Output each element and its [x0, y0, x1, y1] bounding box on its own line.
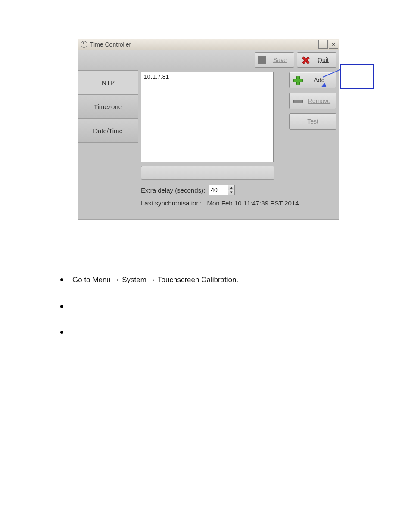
horizontal-rule — [47, 264, 64, 264]
minimize-icon: _ — [322, 42, 325, 47]
list-item — [60, 302, 238, 310]
sync-value: Mon Feb 10 11:47:39 PST 2014 — [207, 199, 299, 207]
ntp-server-list[interactable]: 10.1.7.81 — [141, 72, 274, 162]
tab-timezone[interactable]: Timezone — [78, 94, 138, 118]
tab-timezone-label: Timezone — [94, 103, 122, 110]
ntp-pane: 10.1.7.81 Add Remove Test — [138, 70, 339, 219]
close-button[interactable]: × — [329, 40, 338, 49]
window-title: Time Controller — [90, 41, 131, 48]
quit-icon — [301, 55, 310, 65]
minus-icon — [293, 96, 302, 106]
plus-icon — [293, 75, 302, 85]
minimize-button[interactable]: _ — [318, 40, 328, 49]
save-label: Save — [273, 56, 287, 63]
save-button[interactable]: Save — [255, 52, 294, 68]
test-label: Test — [307, 118, 318, 125]
list-item: Go to Menu → System → Touchscreen Calibr… — [60, 276, 238, 284]
ntp-server-entry[interactable]: 10.1.7.81 — [144, 73, 271, 80]
delay-label: Extra delay (seconds): — [141, 187, 205, 194]
window-body: NTP Timezone Date/Time 10.1.7.81 Add — [78, 70, 339, 219]
callout-box — [340, 64, 374, 89]
tab-datetime[interactable]: Date/Time — [78, 118, 138, 143]
save-icon — [258, 56, 266, 64]
side-tabs: NTP Timezone Date/Time — [78, 70, 138, 219]
tab-ntp[interactable]: NTP — [78, 70, 138, 94]
titlebar: Time Controller _ × — [78, 39, 339, 50]
time-controller-window: Time Controller _ × Save Quit NTP — [78, 39, 339, 220]
close-icon: × — [332, 42, 335, 47]
delay-spinbox[interactable]: ▲ ▼ — [209, 185, 235, 195]
tab-datetime-label: Date/Time — [93, 127, 123, 134]
quit-label: Quit — [318, 56, 329, 63]
remove-button[interactable]: Remove — [289, 93, 336, 109]
sync-label: Last synchronisation: — [141, 199, 202, 207]
spin-up-icon[interactable]: ▲ — [228, 185, 234, 190]
spin-down-icon[interactable]: ▼ — [228, 190, 234, 195]
test-button[interactable]: Test — [289, 113, 336, 130]
delay-input[interactable] — [209, 185, 228, 195]
bullet-text: Go to Menu → System → Touchscreen Calibr… — [72, 276, 238, 284]
doc-bullet-list: Go to Menu → System → Touchscreen Calibr… — [60, 276, 238, 354]
toolbar: Save Quit — [78, 50, 339, 70]
tab-ntp-label: NTP — [102, 79, 115, 86]
add-label: Add — [314, 77, 325, 84]
clock-icon — [81, 41, 87, 48]
remove-label: Remove — [308, 97, 330, 104]
ntp-address-input[interactable] — [141, 166, 274, 180]
list-item — [60, 328, 238, 336]
quit-button[interactable]: Quit — [297, 52, 336, 68]
last-sync-row: Last synchronisation: Mon Feb 10 11:47:3… — [141, 199, 299, 207]
